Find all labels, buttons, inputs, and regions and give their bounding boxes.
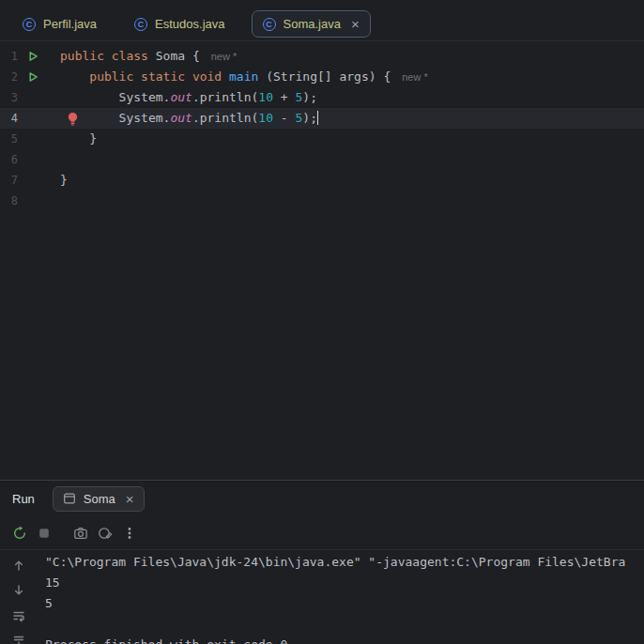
line-number[interactable]: 8 (0, 191, 18, 211)
code-token: 10 (258, 111, 273, 125)
line-number[interactable]: 1 (0, 46, 18, 67)
java-class-icon: C (23, 18, 36, 31)
code-line[interactable]: 1public class Soma {new * (0, 46, 644, 67)
code-line[interactable]: 5 } (0, 129, 644, 149)
code-token (60, 69, 89, 84)
tab-close-icon[interactable]: × (126, 492, 134, 506)
code-token: System. (60, 90, 170, 104)
code-token: } (60, 173, 68, 187)
java-class-icon: C (263, 18, 276, 31)
console-line: Process finished with exit code 0 (45, 635, 644, 644)
console-line: 15 (45, 573, 644, 593)
run-line-icon[interactable] (25, 46, 40, 67)
console-line: "C:\Program Files\Java\jdk-24\bin\java.e… (45, 552, 644, 573)
editor-tab-label: Estudos.java (155, 17, 224, 31)
scroll-to-end-icon[interactable] (12, 635, 25, 644)
console-line: 5 (45, 593, 644, 614)
code-token: ); (302, 90, 317, 104)
code-token: public static void (89, 69, 229, 84)
editor-tab-label: Soma.java (284, 17, 341, 31)
annotate-icon[interactable] (98, 526, 113, 541)
code-text: System.out.println(10 + 5); (60, 87, 317, 108)
ide-window: CPerfil.javaCEstudos.javaCSoma.java× 1pu… (0, 0, 644, 644)
run-panel-title: Run (12, 492, 35, 506)
run-tab-label: Soma (84, 492, 115, 506)
code-line[interactable]: 3 System.out.println(10 + 5); (0, 87, 644, 108)
run-tab[interactable]: Soma × (53, 486, 145, 512)
console-output[interactable]: "C:\Program Files\Java\jdk-24\bin\java.e… (38, 550, 644, 644)
code-line[interactable]: 7} (0, 170, 644, 191)
code-token: .println( (192, 111, 258, 125)
code-text: } (60, 129, 97, 149)
code-line[interactable]: 8 (0, 191, 644, 211)
code-token: public class (60, 49, 156, 63)
editor-lines: 1public class Soma {new *2 public static… (0, 46, 644, 211)
error-bulb-icon[interactable] (67, 112, 79, 126)
code-token: ); (302, 111, 317, 125)
code-token: - (273, 111, 295, 125)
code-token: (String[] args) { (258, 69, 391, 84)
vcs-new-hint: new * (211, 51, 238, 62)
editor-tab[interactable]: CEstudos.java (123, 10, 236, 38)
code-token: out (170, 90, 192, 104)
code-token: .println( (192, 90, 258, 104)
editor-tab-bar: CPerfil.javaCEstudos.javaCSoma.java× (0, 8, 644, 41)
console-gutter (0, 550, 38, 644)
editor-tab[interactable]: CSoma.java× (252, 10, 371, 38)
more-options-icon[interactable] (122, 526, 137, 541)
code-text: } (60, 170, 68, 191)
gutter-spacer (25, 87, 40, 108)
code-text: System.out.println(10 - 5); (60, 108, 318, 129)
text-caret (317, 111, 319, 125)
code-token: } (60, 131, 97, 146)
editor[interactable]: 1public class Soma {new *2 public static… (0, 41, 644, 480)
stop-icon[interactable] (37, 526, 52, 541)
editor-tab-label: Perfil.java (43, 17, 97, 31)
vcs-new-hint: new * (402, 71, 428, 83)
console-line (45, 614, 644, 635)
scroll-down-icon[interactable] (12, 584, 25, 597)
editor-tab[interactable]: CPerfil.java (11, 10, 108, 38)
gutter-spacer (25, 170, 40, 191)
run-line-icon[interactable] (25, 67, 40, 87)
code-line[interactable]: 6 (0, 149, 644, 170)
line-number[interactable]: 5 (0, 129, 18, 149)
code-token: main (229, 69, 258, 84)
line-number[interactable]: 4 (0, 108, 18, 129)
code-text: public static void main (String[] args) … (60, 67, 428, 87)
line-number[interactable]: 7 (0, 170, 18, 191)
code-token: + (273, 90, 295, 104)
gutter-spacer (25, 149, 40, 170)
line-number[interactable]: 2 (0, 67, 18, 87)
soft-wrap-icon[interactable] (12, 609, 25, 622)
scroll-up-icon[interactable] (12, 559, 25, 572)
rerun-icon[interactable] (12, 526, 27, 541)
code-line[interactable]: 2 public static void main (String[] args… (0, 67, 644, 87)
line-number[interactable]: 6 (0, 149, 18, 170)
code-token: 10 (258, 90, 273, 104)
gutter-spacer (25, 108, 40, 129)
code-token: Soma { (156, 49, 200, 63)
run-tool-window: Run Soma × "C:\Program Files\Java\jdk-24… (0, 480, 644, 644)
console-icon (63, 492, 76, 505)
java-class-icon: C (134, 18, 147, 31)
line-number[interactable]: 3 (0, 87, 18, 108)
window-top-strip (0, 0, 644, 8)
code-line[interactable]: 4 System.out.println(10 - 5); (0, 108, 644, 129)
gutter-spacer (25, 129, 40, 149)
code-text: public class Soma {new * (60, 46, 237, 67)
tab-close-icon[interactable]: × (351, 17, 360, 31)
code-token: out (170, 111, 192, 125)
gutter-spacer (25, 191, 40, 211)
camera-icon[interactable] (73, 526, 88, 541)
run-toolbar (0, 516, 644, 550)
run-header: Run Soma × (0, 481, 644, 516)
console: "C:\Program Files\Java\jdk-24\bin\java.e… (0, 550, 644, 644)
